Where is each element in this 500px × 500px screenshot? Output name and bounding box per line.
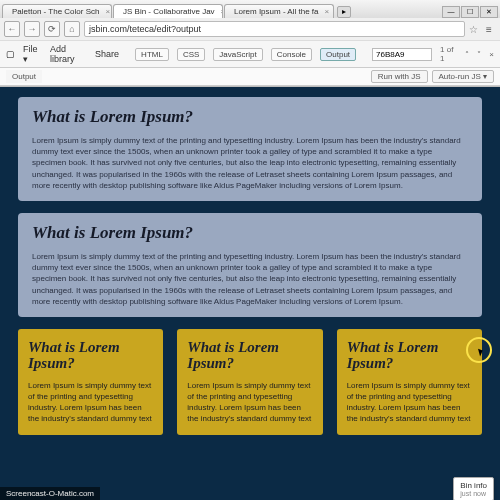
card-row: What is Lorem Ipsum? Lorem Ipsum is simp… (18, 329, 482, 435)
forward-button[interactable]: → (24, 21, 40, 37)
auto-run-toggle[interactable]: Auto-run JS ▾ (432, 70, 494, 83)
close-window-button[interactable]: ✕ (480, 6, 498, 18)
share-menu[interactable]: Share (95, 49, 119, 59)
content-card: What is Lorem Ipsum? Lorem Ipsum is simp… (177, 329, 322, 435)
content-card: What is Lorem Ipsum? Lorem Ipsum is simp… (18, 329, 163, 435)
close-icon[interactable]: × (324, 7, 329, 16)
maximize-button[interactable]: ☐ (461, 6, 479, 18)
block-heading: What is Lorem Ipsum? (32, 223, 468, 243)
find-close-icon[interactable]: × (489, 50, 494, 59)
card-heading: What is Lorem Ipsum? (28, 339, 153, 372)
back-button[interactable]: ← (4, 21, 20, 37)
bin-info-time: just now (460, 490, 487, 497)
browser-chrome: Paletton - The Color Sch× JS Bin - Colla… (0, 0, 500, 87)
jsbin-logo-icon[interactable]: ▢ (6, 49, 15, 59)
close-icon[interactable]: × (221, 7, 223, 16)
menu-icon[interactable]: ≡ (482, 24, 496, 35)
bin-info-title: Bin info (460, 481, 487, 490)
output-label: Output (6, 70, 42, 83)
address-bar: ← → ⟳ ⌂ jsbin.com/teteca/edit?output ☆ ≡ (0, 18, 500, 40)
home-button[interactable]: ⌂ (64, 21, 80, 37)
browser-tab[interactable]: Lorem Ipsum - All the fa× (224, 4, 334, 18)
browser-tab[interactable]: Paletton - The Color Sch× (2, 4, 112, 18)
add-library[interactable]: Add library (50, 44, 87, 64)
find-input[interactable] (372, 48, 432, 61)
watermark: Screencast-O-Matic.com (0, 487, 100, 500)
output-bar: Output Run with JS Auto-run JS ▾ (0, 68, 500, 86)
block-heading: What is Lorem Ipsum? (32, 107, 468, 127)
url-input[interactable]: jsbin.com/teteca/edit?output (84, 21, 465, 37)
output-viewport[interactable]: What is Lorem Ipsum? Lorem Ipsum is simp… (0, 87, 500, 500)
close-icon[interactable]: × (105, 7, 110, 16)
card-paragraph: Lorem Ipsum is simply dummy text of the … (347, 380, 472, 425)
panel-html-button[interactable]: HTML (135, 48, 169, 61)
find-prev-icon[interactable]: ˄ (465, 50, 469, 59)
minimize-button[interactable]: — (442, 6, 460, 18)
cursor-highlight-icon (466, 337, 492, 363)
chevron-down-icon: ▾ (483, 72, 487, 81)
block-paragraph: Lorem Ipsum is simply dummy text of the … (32, 251, 468, 307)
new-tab-button[interactable]: ▸ (337, 6, 351, 18)
panel-js-button[interactable]: JavaScript (213, 48, 262, 61)
tab-label: Lorem Ipsum - All the fa (234, 7, 318, 16)
panel-css-button[interactable]: CSS (177, 48, 205, 61)
panel-output-button[interactable]: Output (320, 48, 356, 61)
card-heading: What is Lorem Ipsum? (187, 339, 312, 372)
tab-bar: Paletton - The Color Sch× JS Bin - Colla… (0, 0, 500, 18)
card-heading: What is Lorem Ipsum? (347, 339, 472, 372)
bookmark-icon[interactable]: ☆ (469, 24, 478, 35)
content-block: What is Lorem Ipsum? Lorem Ipsum is simp… (18, 97, 482, 201)
browser-tab-active[interactable]: JS Bin - Collaborative Jav× (113, 4, 223, 18)
reload-button[interactable]: ⟳ (44, 21, 60, 37)
content-block: What is Lorem Ipsum? Lorem Ipsum is simp… (18, 213, 482, 317)
jsbin-toolbar: ▢ File ▾ Add library Share HTML CSS Java… (0, 40, 500, 68)
content-card: What is Lorem Ipsum? Lorem Ipsum is simp… (337, 329, 482, 435)
block-paragraph: Lorem Ipsum is simply dummy text of the … (32, 135, 468, 191)
card-paragraph: Lorem Ipsum is simply dummy text of the … (28, 380, 153, 425)
file-menu[interactable]: File ▾ (23, 44, 42, 64)
panel-console-button[interactable]: Console (271, 48, 312, 61)
card-paragraph: Lorem Ipsum is simply dummy text of the … (187, 380, 312, 425)
find-counter: 1 of 1 (440, 45, 457, 63)
tab-label: Paletton - The Color Sch (12, 7, 99, 16)
window-controls: — ☐ ✕ (442, 6, 500, 18)
bin-info-popover[interactable]: Bin info just now (453, 477, 494, 500)
tab-label: JS Bin - Collaborative Jav (123, 7, 215, 16)
find-next-icon[interactable]: ˅ (477, 50, 481, 59)
run-with-js-button[interactable]: Run with JS (371, 70, 428, 83)
